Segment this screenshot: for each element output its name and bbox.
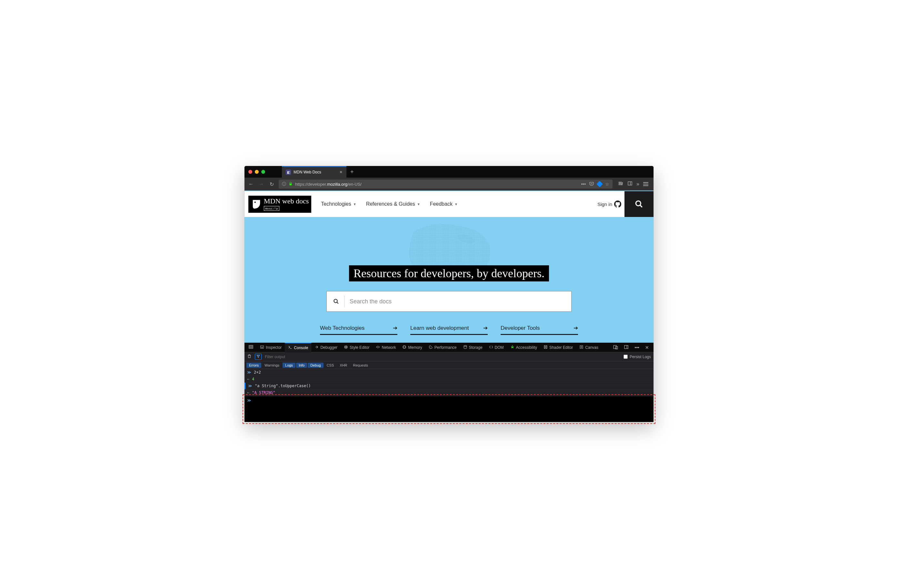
clear-console-button[interactable] bbox=[247, 354, 252, 359]
filter-toggle-button[interactable] bbox=[255, 354, 261, 360]
maximize-window-button[interactable] bbox=[261, 170, 265, 174]
devtools-tab-network[interactable]: Network bbox=[372, 343, 399, 352]
persist-checkbox[interactable] bbox=[623, 355, 628, 359]
svg-point-16 bbox=[464, 345, 467, 346]
svg-rect-4 bbox=[628, 182, 632, 185]
browser-tab[interactable]: ◧ MDN Web Docs ✕ bbox=[282, 166, 346, 178]
pocket-icon[interactable] bbox=[589, 181, 594, 187]
nav-feedback[interactable]: Feedback ▼ bbox=[430, 201, 458, 207]
minimize-window-button[interactable] bbox=[255, 170, 259, 174]
hero-title: Resources for developers, by developers. bbox=[349, 265, 549, 281]
close-window-button[interactable] bbox=[248, 170, 252, 174]
svg-rect-0 bbox=[619, 182, 619, 185]
devtools-tabs: InspectorConsoleDebuggerStyle EditorNetw… bbox=[244, 343, 654, 352]
svg-point-20 bbox=[581, 346, 582, 347]
nav-technologies[interactable]: Technologies ▼ bbox=[321, 201, 356, 207]
filter-chip-logs[interactable]: Logs bbox=[283, 363, 295, 368]
url-text: https://developer.mozilla.org/en-US/ bbox=[295, 182, 361, 187]
new-tab-button[interactable]: + bbox=[346, 169, 358, 175]
devtools-more-icon[interactable]: ••• bbox=[633, 345, 641, 350]
filter-chip-debug[interactable]: Debug bbox=[308, 363, 323, 368]
nav-menu: Technologies ▼ References & Guides ▼ Fee… bbox=[321, 201, 457, 207]
svg-rect-19 bbox=[580, 345, 583, 349]
svg-point-10 bbox=[334, 299, 337, 303]
tab-icon bbox=[463, 345, 467, 350]
tab-icon bbox=[288, 345, 292, 350]
tab-icon bbox=[376, 345, 380, 350]
hero-search-input[interactable] bbox=[350, 298, 565, 305]
devtools-tab-canvas[interactable]: Canvas bbox=[576, 343, 601, 352]
star-icon[interactable]: ☆ bbox=[605, 181, 609, 187]
close-tab-button[interactable]: ✕ bbox=[339, 170, 343, 174]
tab-favicon-icon: ◧ bbox=[286, 170, 291, 175]
devtools-tab-performance[interactable]: Performance bbox=[426, 343, 460, 352]
url-input[interactable]: ⓘ https://developer.mozilla.org/en-US/ •… bbox=[279, 180, 612, 189]
library-icon[interactable] bbox=[618, 181, 623, 187]
output-arrow-icon: ← bbox=[247, 390, 249, 395]
filter-chip-info[interactable]: Info bbox=[296, 363, 307, 368]
persist-logs-toggle[interactable]: Persist Logs bbox=[623, 355, 651, 359]
dock-side-icon[interactable] bbox=[623, 345, 630, 350]
arrow-right-icon: ➔ bbox=[393, 325, 397, 332]
overflow-icon[interactable]: » bbox=[637, 181, 639, 187]
filter-chip-errors[interactable]: Errors bbox=[246, 363, 261, 368]
svg-rect-3 bbox=[622, 182, 623, 185]
forward-button[interactable]: → bbox=[258, 181, 264, 187]
console-toolbar: Persist Logs bbox=[244, 352, 654, 361]
input-arrow-icon: ≫ bbox=[247, 370, 251, 375]
console-line: ≫"a String".toUpperCase() bbox=[244, 383, 654, 389]
svg-rect-13 bbox=[250, 346, 252, 347]
back-button[interactable]: ← bbox=[248, 181, 254, 187]
reload-button[interactable]: ↻ bbox=[268, 181, 275, 187]
devtools-tab-debugger[interactable]: Debugger bbox=[311, 343, 341, 352]
filter-chip-requests[interactable]: Requests bbox=[351, 363, 371, 368]
svg-rect-1 bbox=[620, 182, 621, 185]
devtools-tab-console[interactable]: Console bbox=[285, 343, 311, 352]
responsive-mode-icon[interactable] bbox=[612, 345, 619, 350]
sign-in-link[interactable]: Sign in bbox=[597, 201, 621, 207]
console-filter-input[interactable] bbox=[265, 355, 620, 359]
more-icon[interactable]: ••• bbox=[581, 181, 586, 187]
hero-search[interactable] bbox=[326, 291, 572, 312]
quick-link-devtools[interactable]: Developer Tools ➔ bbox=[501, 325, 578, 335]
tab-icon bbox=[344, 345, 348, 350]
console-filter-chips: ErrorsWarningsLogsInfoDebugCSSXHRRequest… bbox=[244, 361, 654, 369]
info-icon: ⓘ bbox=[282, 181, 286, 187]
mdn-logo[interactable]: MDN web docs moz://a bbox=[248, 196, 311, 213]
console-output: ≫2+2←4≫"a String".toUpperCase()←"A STRIN… bbox=[244, 369, 654, 396]
filter-chip-xhr[interactable]: XHR bbox=[337, 363, 350, 368]
iframe-picker-icon[interactable] bbox=[246, 344, 256, 350]
devtools-tab-style-editor[interactable]: Style Editor bbox=[341, 343, 372, 352]
console-line: ←"A STRING" bbox=[244, 389, 654, 396]
hamburger-menu-button[interactable] bbox=[643, 182, 648, 186]
svg-rect-12 bbox=[249, 345, 253, 348]
quick-link-web-tech[interactable]: Web Technologies ➔ bbox=[320, 325, 397, 335]
quick-link-learn[interactable]: Learn web development ➔ bbox=[410, 325, 488, 335]
devtools-tab-accessibility[interactable]: Accessibility bbox=[507, 343, 540, 352]
filter-chip-warnings[interactable]: Warnings bbox=[262, 363, 282, 368]
lock-icon bbox=[289, 182, 292, 187]
pocket-diamond-icon[interactable] bbox=[597, 181, 603, 187]
devtools-tab-storage[interactable]: Storage bbox=[460, 343, 486, 352]
svg-point-17 bbox=[512, 345, 512, 346]
logo-sub-text: moz://a bbox=[264, 206, 279, 211]
filter-chip-css[interactable]: CSS bbox=[324, 363, 337, 368]
close-devtools-button[interactable]: ✕ bbox=[644, 345, 650, 350]
logo-main-text: MDN web docs bbox=[264, 198, 309, 205]
nav-references[interactable]: References & Guides ▼ bbox=[366, 201, 420, 207]
devtools-tab-shader-editor[interactable]: Shader Editor bbox=[540, 343, 576, 352]
svg-point-6 bbox=[255, 201, 256, 203]
svg-rect-23 bbox=[624, 345, 628, 349]
svg-line-8 bbox=[640, 205, 642, 207]
caret-down-icon: ▼ bbox=[417, 203, 420, 206]
console-editor[interactable]: ≫ bbox=[244, 396, 654, 422]
nav-search-button[interactable] bbox=[624, 191, 654, 217]
devtools-tab-inspector[interactable]: Inspector bbox=[257, 343, 285, 352]
site-nav: MDN web docs moz://a Technologies ▼ Refe… bbox=[244, 191, 654, 217]
devtools-tab-dom[interactable]: DOM bbox=[486, 343, 507, 352]
console-line: ←4 bbox=[244, 376, 654, 383]
sidebar-icon[interactable] bbox=[627, 181, 632, 187]
tab-icon bbox=[315, 345, 319, 350]
dino-head-icon bbox=[251, 199, 262, 210]
devtools-tab-memory[interactable]: Memory bbox=[399, 343, 425, 352]
